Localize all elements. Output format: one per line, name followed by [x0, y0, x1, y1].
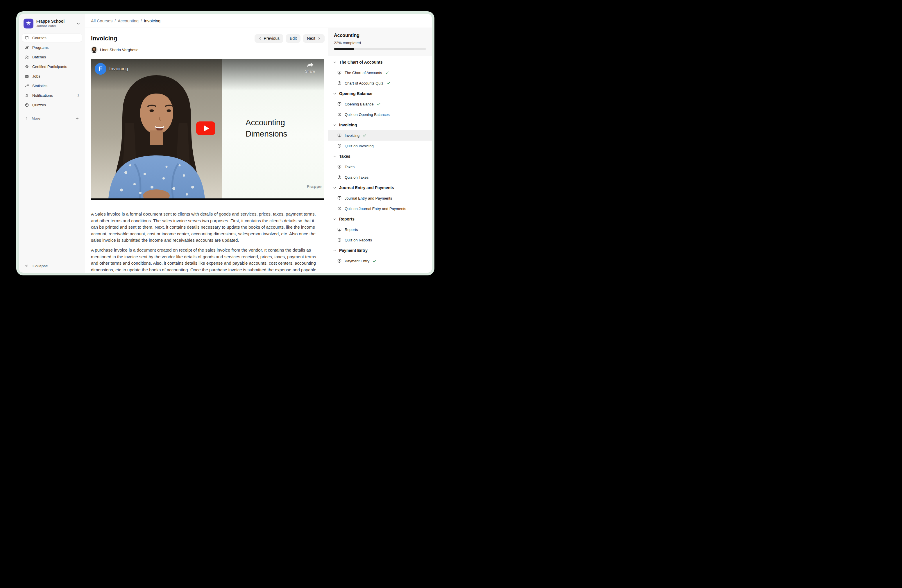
chapter-title: Opening Balance	[339, 91, 372, 96]
chevron-down-icon	[333, 217, 337, 221]
chevron-right-icon	[317, 37, 321, 40]
help-circle-icon	[25, 103, 29, 107]
breadcrumb-accounting[interactable]: Accounting	[118, 19, 139, 23]
outline-item-quiz-on-reports[interactable]: Quiz on Reports	[328, 235, 432, 245]
edit-button[interactable]: Edit	[286, 34, 301, 43]
video-player[interactable]: Accounting Dimensions Frappe F Invoicing	[91, 59, 324, 200]
outline-item-quiz-on-opening-balances[interactable]: Quiz on Opening Balances	[328, 109, 432, 120]
help-circle-icon	[337, 206, 342, 211]
sidebar-item-label: Courses	[32, 36, 46, 40]
course-progress-header: Accounting 22% completed	[328, 28, 432, 56]
progress-bar	[334, 48, 426, 50]
outline-item-taxes[interactable]: Taxes	[328, 161, 432, 172]
chapter-reports[interactable]: Reports	[328, 214, 432, 224]
chapter-taxes[interactable]: Taxes	[328, 151, 432, 161]
breadcrumb-separator: /	[141, 19, 142, 23]
sidebar-item-label: Jobs	[32, 74, 40, 78]
check-icon	[373, 259, 376, 263]
outline-item-label: Quiz on Taxes	[345, 175, 368, 180]
chapter-the-chart-of-accounts[interactable]: The Chart of Accounts	[328, 57, 432, 67]
chapter-opening-balance[interactable]: Opening Balance	[328, 88, 432, 99]
outline-item-quiz-on-journal-entry-and-payments[interactable]: Quiz on Journal Entry and Payments	[328, 203, 432, 214]
course-title: Accounting	[334, 33, 426, 38]
sidebar-item-certified-participants[interactable]: Certified Participants	[22, 63, 82, 70]
check-icon	[377, 102, 381, 106]
plus-icon[interactable]	[75, 116, 79, 120]
monitor-play-icon	[337, 196, 342, 200]
outline-item-label: Quiz on Reports	[345, 238, 372, 242]
chapter-journal-entry-and-payments[interactable]: Journal Entry and Payments	[328, 183, 432, 193]
desktop-background: Frappe School Jannat Patel CoursesProgra…	[0, 0, 451, 294]
outline-item-journal-entry-and-payments[interactable]: Journal Entry and Payments	[328, 193, 432, 203]
workspace-info: Frappe School Jannat Patel	[36, 19, 64, 28]
workspace-user: Jannat Patel	[36, 24, 64, 28]
chevron-down-icon	[76, 22, 80, 26]
chapter-title: Journal Entry and Payments	[339, 185, 394, 190]
outline-item-quiz-on-invoicing[interactable]: Quiz on Invoicing	[328, 141, 432, 151]
previous-button[interactable]: Previous	[255, 34, 283, 43]
briefcase-icon	[25, 74, 29, 78]
chevron-down-icon	[333, 249, 337, 252]
breadcrumb-all-courses[interactable]: All Courses	[91, 19, 113, 23]
check-icon	[363, 134, 366, 138]
sidebar-item-batches[interactable]: Batches	[22, 53, 82, 61]
main-row: Invoicing Previous Edit	[85, 28, 432, 273]
chevron-down-icon	[333, 186, 337, 190]
chevron-down-icon	[333, 60, 337, 64]
outline-item-invoicing[interactable]: Invoicing	[328, 130, 432, 141]
outline-item-label: Quiz on Invoicing	[345, 144, 374, 148]
sidebar-item-label: Programs	[32, 45, 49, 50]
book-open-icon	[25, 36, 29, 40]
outline-item-label: Chart of Accounts Quiz	[345, 81, 383, 85]
video-title[interactable]: Invoicing	[109, 66, 128, 72]
progress-fill	[334, 48, 354, 50]
course-outline-list: The Chart of AccountsThe Chart of Accoun…	[328, 56, 432, 273]
progress-text: 22% completed	[334, 41, 426, 45]
author-name: Linet Sherin Varghese	[100, 48, 139, 52]
sidebar-item-notifications[interactable]: Notifications1	[22, 91, 82, 99]
sidebar-item-jobs[interactable]: Jobs	[22, 72, 82, 80]
outline-item-opening-balance[interactable]: Opening Balance	[328, 99, 432, 109]
sidebar-item-label: Quizzes	[32, 103, 46, 107]
chapter-payment-entry[interactable]: Payment Entry	[328, 245, 432, 256]
channel-avatar[interactable]: F	[95, 63, 106, 75]
programs-icon	[25, 45, 29, 50]
collapse-sidebar-button[interactable]: Collapse	[22, 262, 82, 270]
outline-item-label: Taxes	[345, 165, 354, 169]
chevron-right-icon	[25, 116, 28, 120]
sidebar-item-programs[interactable]: Programs	[22, 43, 82, 52]
outline-item-reports[interactable]: Reports	[328, 224, 432, 235]
workspace-title: Frappe School	[36, 19, 64, 24]
video-letterbox	[91, 199, 324, 200]
sidebar-item-more[interactable]: More	[22, 114, 82, 122]
outline-item-chart-of-accounts-quiz[interactable]: Chart of Accounts Quiz	[328, 78, 432, 88]
play-button[interactable]	[196, 122, 215, 135]
outline-item-label: Reports	[345, 227, 358, 232]
chapter-title: Reports	[339, 217, 354, 221]
share-button[interactable]: Share	[305, 62, 315, 74]
graduation-cap-icon	[25, 64, 29, 69]
sidebar-item-statistics[interactable]: Statistics	[22, 81, 82, 90]
video-top-gradient	[91, 59, 324, 91]
slide-title: Accounting Dimensions	[246, 117, 287, 139]
next-button[interactable]: Next	[303, 34, 324, 43]
chapter-invoicing[interactable]: Invoicing	[328, 120, 432, 130]
frappe-watermark: Frappe	[307, 184, 322, 189]
outline-item-payment-entry[interactable]: Payment Entry	[328, 256, 432, 266]
course-outline-panel: Accounting 22% completed The Chart of Ac…	[328, 28, 432, 273]
sidebar: Frappe School Jannat Patel CoursesProgra…	[19, 14, 85, 273]
sidebar-item-courses[interactable]: Courses	[22, 34, 82, 42]
outline-item-label: Journal Entry and Payments	[345, 196, 392, 200]
monitor-play-icon	[337, 164, 342, 169]
frappe-school-app: Frappe School Jannat Patel CoursesProgra…	[19, 14, 432, 273]
help-circle-icon	[337, 175, 342, 180]
breadcrumb: All Courses / Accounting / Invoicing	[85, 14, 432, 28]
notification-count-badge: 1	[77, 93, 79, 97]
share-icon	[306, 62, 314, 69]
workspace-switcher[interactable]: Frappe School Jannat Patel	[22, 18, 82, 32]
sidebar-item-quizzes[interactable]: Quizzes	[22, 101, 82, 109]
outline-item-the-chart-of-accounts[interactable]: The Chart of Accounts	[328, 67, 432, 78]
outline-item-quiz-on-taxes[interactable]: Quiz on Taxes	[328, 172, 432, 183]
outline-item-label: Opening Balance	[345, 102, 374, 106]
chapter-title: Taxes	[339, 154, 351, 159]
